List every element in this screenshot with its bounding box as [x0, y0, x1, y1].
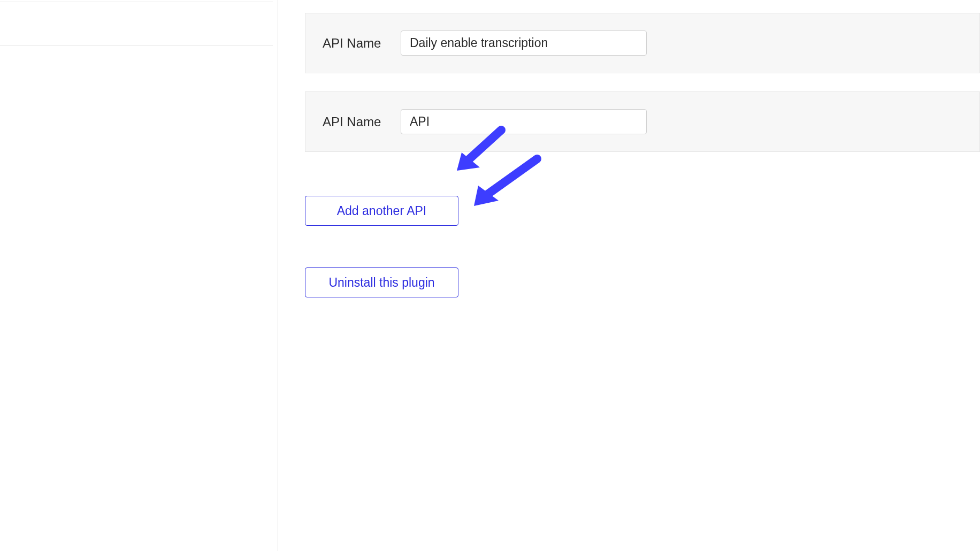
api-row: API Name	[323, 109, 962, 134]
api-name-label: API Name	[323, 114, 378, 129]
api-name-label: API Name	[323, 36, 378, 51]
api-name-input[interactable]	[401, 109, 647, 134]
add-another-api-button[interactable]: Add another API	[305, 196, 458, 226]
sidebar	[0, 0, 278, 551]
api-config-block: API Name	[305, 91, 980, 152]
main-content: API Name API Name Add another API Uninst…	[278, 0, 980, 551]
uninstall-plugin-button[interactable]: Uninstall this plugin	[305, 267, 458, 297]
sidebar-divider	[0, 45, 273, 46]
api-name-input[interactable]	[401, 30, 647, 56]
api-config-block: API Name	[305, 13, 980, 73]
api-row: API Name	[323, 30, 962, 56]
sidebar-divider	[0, 2, 273, 2]
